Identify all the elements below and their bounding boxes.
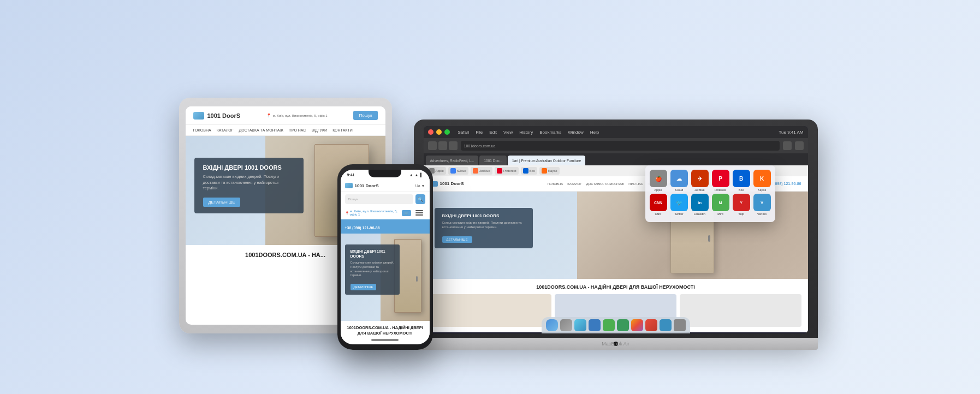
phone-phone-number: +38 (098) 121-96-86 xyxy=(345,226,380,230)
dock-trash[interactable] xyxy=(674,319,686,331)
app-apple[interactable]: 🍎 Apple xyxy=(650,170,667,192)
phone-time: 9:41 xyxy=(347,173,355,177)
phone-cart[interactable]: 🛒 xyxy=(402,210,411,216)
phone-logo-text: 1001 DoorS xyxy=(355,183,379,188)
app-grid-row-2: CNN CNN 🐦 Twitter in LinkedIn M xyxy=(650,194,771,216)
phone-status-icons: ▲ ▲ ▌ xyxy=(409,173,423,177)
tablet-nav-home[interactable]: ГОЛОВНА xyxy=(193,128,211,132)
browser-controls xyxy=(428,141,458,150)
tablet-hero-subtitle: Склад-магазин вхідних дверей. Послуги до… xyxy=(203,174,295,192)
app-mint[interactable]: M Mint xyxy=(712,194,729,216)
laptop-mac-bar: Safari File Edit View History Bookmarks … xyxy=(424,126,808,138)
app-kayak[interactable]: K Kayak xyxy=(753,170,771,192)
mac-menu-bookmarks[interactable]: Bookmarks xyxy=(539,130,561,135)
bookmark-pinterest[interactable]: Pinterest xyxy=(495,167,519,175)
bookmark-jet-label: JetBlue xyxy=(479,169,490,172)
app-yelp[interactable]: Y Yelp xyxy=(733,194,750,216)
laptop-tabs-row: Adventures, RadioFeed, L... 1001 Doo... … xyxy=(424,153,808,165)
bookmark-kayak-label: Kayak xyxy=(548,169,557,172)
tablet-hero-title: ВХІДНІ ДВЕРІ 1001 DOORS xyxy=(203,164,295,171)
phone-address-text: м. Київ, вул. Визволителів, 5, офіс 1 xyxy=(350,210,402,216)
app-mint-label: Mint xyxy=(717,212,723,216)
app-grid-popup[interactable]: 🍎 Apple ☁ iCloud ✈ JetBlue P xyxy=(645,165,775,222)
tablet-nav-reviews[interactable]: ВІДГУКИ xyxy=(311,128,327,132)
browser-refresh-button[interactable] xyxy=(449,141,458,150)
dock-facetime[interactable] xyxy=(617,319,629,331)
laptop-tab-2[interactable]: 1001 Doo... xyxy=(479,156,507,165)
app-kayak-icon: K xyxy=(753,170,771,187)
app-venmo[interactable]: V Venmo xyxy=(753,194,771,216)
laptop-nav-catalog[interactable]: КАТАЛОГ xyxy=(567,182,581,186)
tablet-nav-contacts[interactable]: КОНТАКТИ xyxy=(332,128,353,132)
app-mint-icon: M xyxy=(712,194,729,211)
browser-forward-button[interactable] xyxy=(438,141,447,150)
dock-safari[interactable] xyxy=(574,319,586,331)
bookmark-jet[interactable]: JetBlue xyxy=(471,167,492,175)
mac-close-dot[interactable] xyxy=(428,129,433,135)
mac-menu-edit[interactable]: Edit xyxy=(489,130,497,135)
tablet-nav-catalog[interactable]: КАТАЛОГ xyxy=(217,128,234,132)
phone-screen: 9:41 ▲ ▲ ▌ 1001 DoorS Ua ▼ xyxy=(341,170,430,344)
mac-menu-history[interactable]: History xyxy=(519,130,533,135)
dock-photos[interactable] xyxy=(631,319,643,331)
dock-finder[interactable] xyxy=(546,319,558,331)
laptop-hero-button[interactable]: ДЕТАЛЬНІШЕ xyxy=(442,236,472,243)
app-linkedin[interactable]: in LinkedIn xyxy=(691,194,709,216)
laptop-nav-delivery[interactable]: ДОСТАВКА ТА МОНТАЖ xyxy=(586,182,625,186)
app-cnn-icon: CNN xyxy=(650,194,667,211)
dock-music[interactable] xyxy=(645,319,657,331)
phone-battery-icon: ▌ xyxy=(420,173,423,177)
mac-menu-help[interactable]: Help xyxy=(590,130,599,135)
laptop-nav-about[interactable]: ПРО НАС xyxy=(628,182,643,186)
app-pinterest-icon: P xyxy=(712,170,729,187)
tablet-logo-icon xyxy=(193,112,204,120)
tablet-nav-delivery[interactable]: ДОСТАВКА ТА МОНТАЖ xyxy=(239,128,283,132)
phone-lang[interactable]: Ua ▼ xyxy=(415,184,425,188)
bookmark-kayak[interactable]: Kayak xyxy=(539,167,560,175)
mac-maximize-dot[interactable] xyxy=(444,129,450,135)
bookmark-icloud[interactable]: iCloud xyxy=(448,167,468,175)
phone-search-button[interactable]: 🔍 xyxy=(415,194,425,204)
dock-messages[interactable] xyxy=(603,319,615,331)
phone-search-input[interactable]: Пошук xyxy=(345,194,413,204)
tablet-hero-button[interactable]: ДЕТАЛЬНІШЕ xyxy=(203,198,241,207)
bookmark-box[interactable]: Box xyxy=(521,167,537,175)
tablet-nav-about[interactable]: ПРО НАС xyxy=(289,128,306,132)
laptop-tab-1[interactable]: Adventures, RadioFeed, L... xyxy=(426,156,479,165)
browser-share-button[interactable] xyxy=(783,141,792,150)
laptop-tab-3[interactable]: 1art | Premium Australian Outdoor Furnit… xyxy=(508,156,585,165)
app-jet[interactable]: ✈ JetBlue xyxy=(691,170,709,192)
phone-hero-title: ВХІДНІ ДВЕРІ 1001 DOORS xyxy=(351,249,394,259)
app-cnn-label: CNN xyxy=(655,212,662,216)
dock-launchpad[interactable] xyxy=(560,319,572,331)
laptop-card-1 xyxy=(430,294,552,327)
app-icloud[interactable]: ☁ iCloud xyxy=(670,170,688,192)
browser-back-button[interactable] xyxy=(428,141,437,150)
dock-mail[interactable] xyxy=(589,319,601,331)
mac-menu-view[interactable]: View xyxy=(503,130,513,135)
mac-menu-safari[interactable]: Safari xyxy=(458,130,470,135)
browser-tabs-button[interactable] xyxy=(795,141,804,150)
app-twitter-icon: 🐦 xyxy=(670,194,688,211)
phone-hero-button[interactable]: ДЕТАЛЬНІШЕ xyxy=(351,284,377,290)
laptop-section2-title: 1001DOORS.COM.UA - НАДІЙНІ ДВЕРІ ДЛЯ ВАШ… xyxy=(430,284,801,290)
browser-url-bar[interactable]: 1001doors.com.ua xyxy=(461,141,780,151)
bookmark-jet-icon xyxy=(473,168,478,174)
bookmark-box-icon xyxy=(523,168,528,174)
app-box[interactable]: B Box xyxy=(733,170,750,192)
mac-minimize-dot[interactable] xyxy=(436,129,442,135)
app-pinterest[interactable]: P Pinterest xyxy=(712,170,729,192)
bookmark-box-label: Box xyxy=(530,169,535,172)
app-kayak-label: Kayak xyxy=(758,188,766,192)
app-twitter[interactable]: 🐦 Twitter xyxy=(670,194,688,216)
mac-menu-window[interactable]: Window xyxy=(568,130,583,135)
tablet-site-header: 1001 DoorS 📍 м. Київ, вул. Визволителів,… xyxy=(186,106,385,125)
tablet-search-button[interactable]: Пошук xyxy=(353,111,377,120)
phone-notch xyxy=(369,170,401,177)
dock-appstore[interactable] xyxy=(660,319,672,331)
laptop-site-logo: 1001 DoorS xyxy=(430,181,464,187)
laptop-nav-home[interactable]: ГОЛОВНА xyxy=(548,182,563,186)
mac-menu-file[interactable]: File xyxy=(476,130,483,135)
app-cnn[interactable]: CNN CNN xyxy=(650,194,667,216)
phone-hamburger-menu[interactable] xyxy=(413,208,425,218)
